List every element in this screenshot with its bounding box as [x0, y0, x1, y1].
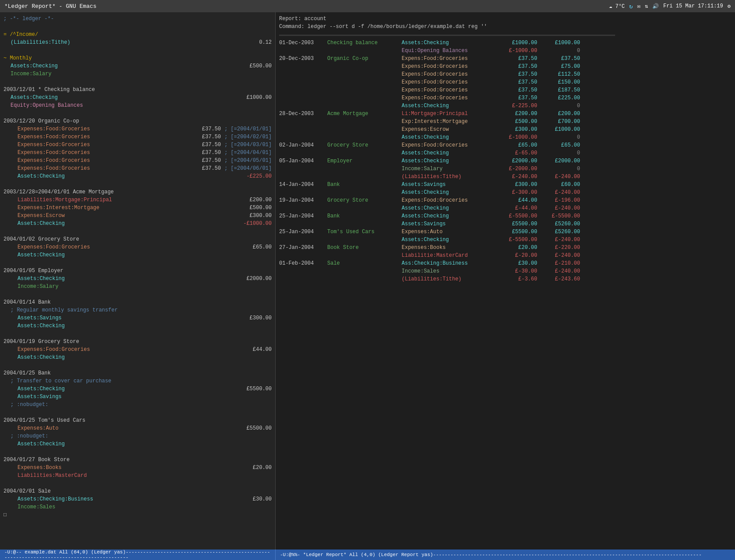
col-amount: £-1000.00 [498, 133, 537, 141]
editor-line: 2003/12/01 * Checking balance [4, 86, 272, 94]
table-row: 25-Jan-2004Tom's Used CarsExpenses:Auto£… [279, 228, 732, 236]
editor-line: Expenses:Interest:Mortgage£500.00 [4, 204, 272, 212]
col-payee [327, 275, 402, 283]
table-row: 05-Jan-2004EmployerAssets:Checking£2000.… [279, 157, 732, 165]
line-text: Income:Salary [10, 70, 52, 78]
col-payee: Tom's Used Cars [327, 228, 402, 236]
col-balance: £700.00 [541, 118, 580, 126]
line-text: Income:Sales [18, 503, 55, 511]
col-balance: £2000.00 [541, 157, 580, 165]
col-account: Equi:Opening Balances [402, 47, 498, 55]
line-comment: ; [=2004/03/01] [224, 141, 272, 149]
col-balance: £60.00 [541, 181, 580, 189]
col-amount: £37.50 [498, 94, 537, 102]
editor-line: Assets:Checking£2000.00 [4, 275, 272, 283]
col-date [279, 220, 327, 228]
col-amount: £-65.00 [498, 149, 537, 157]
col-date: 19-Jan-2004 [279, 196, 327, 204]
table-row: Assets:Checking£-5500.00£-240.00 [279, 236, 732, 244]
col-amount: £65.00 [498, 141, 537, 149]
col-account: Expens:Food:Groceries [402, 55, 498, 63]
col-date [279, 149, 327, 157]
line-text: ; Transfer to cover car purchase [10, 377, 111, 385]
col-payee [327, 94, 402, 102]
col-payee: Book Store [327, 244, 402, 252]
editor-line: 2004/01/14 Bank [4, 298, 272, 306]
col-amount: £1000.00 [498, 39, 537, 47]
line-text: ; :nobudget: [10, 432, 48, 440]
col-account: Expenses:Escrow [402, 126, 498, 133]
col-account: Expens:Food:Groceries [402, 78, 498, 86]
line-text: Assets:Checking [18, 172, 65, 180]
table-row: 19-Jan-2004Grocery StoreExpens:Food:Groc… [279, 196, 732, 204]
line-amount: £300.00 [237, 212, 272, 220]
col-balance: £200.00 [541, 110, 580, 118]
line-comment: ; [=2004/02/01] [224, 133, 272, 141]
table-row: Assets:Checking£-225.000 [279, 102, 732, 110]
line-text: Assets:Checking [18, 385, 65, 393]
table-row: Expens:Food:Groceries£37.50£112.50 [279, 70, 732, 78]
col-payee [327, 173, 402, 181]
col-balance: £-5500.00 [541, 212, 580, 220]
col-date: 01-Dec-2003 [279, 39, 327, 47]
col-payee [327, 47, 402, 55]
editor-line: Assets:Savings£300.00 [4, 314, 272, 322]
editor-line [4, 46, 272, 54]
col-balance: £-210.00 [541, 259, 580, 267]
report-type: Report: account [279, 15, 732, 23]
line-comment: ; [=2004/05/01] [224, 157, 272, 164]
line-amount: 0.12 [237, 38, 272, 46]
col-account: Expens:Food:Groceries [402, 70, 498, 78]
line-amount: £1000.00 [237, 94, 272, 102]
editor-line: Liabilities:Mortgage:Principal£200.00 [4, 196, 272, 204]
editor-line: ; Transfer to cover car purchase [4, 377, 272, 385]
col-date: 14-Jan-2004 [279, 181, 327, 189]
col-account: (Liabilities:Tithe) [402, 275, 498, 283]
editor-line [4, 228, 272, 235]
col-account: Income:Sales [402, 267, 498, 275]
col-balance: £-240.00 [541, 204, 580, 212]
col-payee: Employer [327, 157, 402, 165]
col-balance: £65.00 [541, 141, 580, 149]
col-account: Assets:Checking [402, 212, 498, 220]
settings-icon[interactable]: ⚙ [728, 3, 731, 10]
col-account: Expens:Food:Groceries [402, 94, 498, 102]
line-text: Liabilities:Mortgage:Principal [18, 196, 112, 204]
col-amount: £-240.00 [498, 173, 537, 181]
col-payee [327, 165, 402, 173]
line-text: 2003/12/01 * Checking balance [4, 86, 95, 94]
table-row: Assets:Checking£-300.00£-240.00 [279, 189, 732, 196]
editor-line: 2004/01/05 Employer [4, 267, 272, 275]
col-date [279, 275, 327, 283]
line-amount: -£1000.00 [237, 220, 272, 228]
col-amount: £37.50 [498, 86, 537, 94]
col-account: (Liabilities:Tithe) [402, 173, 498, 181]
editor-line [4, 78, 272, 86]
editor-pane[interactable]: ; -*- ledger -*- = /^Income/(Liabilities… [0, 12, 276, 550]
col-date [279, 94, 327, 102]
line-text: 2004/01/05 Employer [4, 267, 63, 275]
col-amount: £2000.00 [498, 157, 537, 165]
col-payee: Bank [327, 212, 402, 220]
line-text: 2003/12/20 Organic Co-op [4, 117, 79, 125]
col-balance: £1000.00 [541, 39, 580, 47]
editor-line: 2003/12/20 Organic Co-op [4, 117, 272, 125]
col-balance: 0 [541, 165, 580, 173]
col-balance: £5260.00 [541, 228, 580, 236]
editor-line: 2004/01/19 Grocery Store [4, 338, 272, 346]
line-text: Expenses:Food:Groceries [18, 164, 90, 172]
line-text: 2004/01/19 Grocery Store [4, 338, 79, 346]
editor-line: Equity:Opening Balances [4, 102, 272, 109]
line-text: Expenses:Food:Groceries [18, 149, 90, 157]
editor-line: Expenses:Food:Groceries£37.50 ; [=2004/0… [4, 141, 272, 149]
editor-line: □ [4, 511, 272, 519]
col-payee [327, 204, 402, 212]
col-account: Assets:Checking [402, 133, 498, 141]
table-row: Income:Sales£-30.00£-240.00 [279, 267, 732, 275]
col-payee [327, 133, 402, 141]
editor-line [4, 23, 272, 31]
col-amount: £500.00 [498, 118, 537, 126]
reload-icon[interactable]: ↻ [629, 3, 633, 10]
col-date: 25-Jan-2004 [279, 212, 327, 220]
editor-line: 2004/02/01 Sale [4, 487, 272, 495]
